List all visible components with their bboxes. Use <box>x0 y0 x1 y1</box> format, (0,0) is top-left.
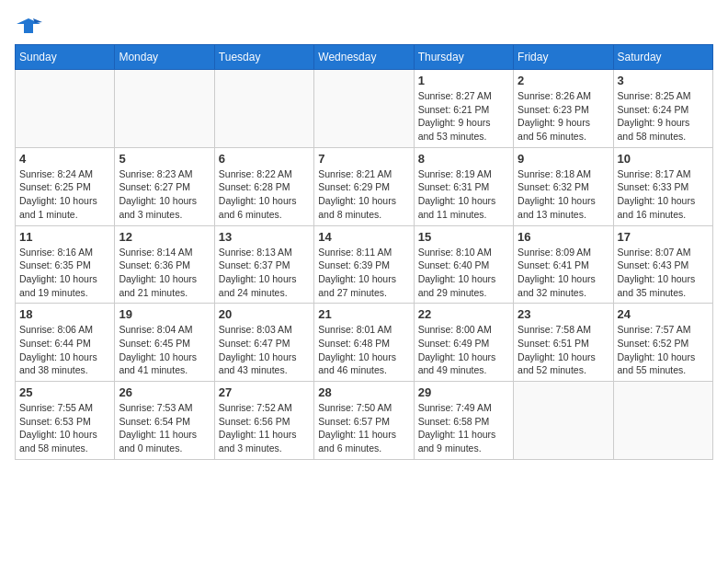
day-number: 7 <box>318 152 409 166</box>
calendar-cell: 1Sunrise: 8:27 AM Sunset: 6:21 PM Daylig… <box>414 70 513 148</box>
day-number: 19 <box>119 307 210 321</box>
day-number: 11 <box>19 230 110 244</box>
calendar-cell <box>214 70 313 148</box>
day-number: 4 <box>19 152 110 166</box>
calendar-cell: 25Sunrise: 7:55 AM Sunset: 6:53 PM Dayli… <box>16 382 115 460</box>
calendar-week-row: 18Sunrise: 8:06 AM Sunset: 6:44 PM Dayli… <box>16 304 713 382</box>
calendar-cell: 27Sunrise: 7:52 AM Sunset: 6:56 PM Dayli… <box>214 382 313 460</box>
day-number: 21 <box>318 307 409 321</box>
day-header-sunday: Sunday <box>16 45 115 70</box>
day-info: Sunrise: 8:07 AM Sunset: 6:43 PM Dayligh… <box>618 246 709 300</box>
calendar-cell: 23Sunrise: 7:58 AM Sunset: 6:51 PM Dayli… <box>514 304 613 382</box>
calendar-week-row: 4Sunrise: 8:24 AM Sunset: 6:25 PM Daylig… <box>16 147 713 225</box>
day-info: Sunrise: 8:00 AM Sunset: 6:49 PM Dayligh… <box>418 323 509 377</box>
day-info: Sunrise: 8:09 AM Sunset: 6:41 PM Dayligh… <box>518 246 609 300</box>
calendar-cell: 21Sunrise: 8:01 AM Sunset: 6:48 PM Dayli… <box>314 304 414 382</box>
day-info: Sunrise: 8:11 AM Sunset: 6:39 PM Dayligh… <box>318 246 409 300</box>
header <box>15 15 713 37</box>
day-info: Sunrise: 7:53 AM Sunset: 6:54 PM Dayligh… <box>119 401 210 455</box>
calendar-cell <box>613 382 712 460</box>
calendar-cell: 19Sunrise: 8:04 AM Sunset: 6:45 PM Dayli… <box>115 304 214 382</box>
day-header-friday: Friday <box>514 45 613 70</box>
calendar-cell: 22Sunrise: 8:00 AM Sunset: 6:49 PM Dayli… <box>414 304 513 382</box>
day-info: Sunrise: 8:26 AM Sunset: 6:23 PM Dayligh… <box>518 89 609 144</box>
calendar-cell: 11Sunrise: 8:16 AM Sunset: 6:35 PM Dayli… <box>16 225 115 304</box>
logo <box>15 15 46 37</box>
day-number: 12 <box>119 230 210 244</box>
calendar-cell: 24Sunrise: 7:57 AM Sunset: 6:52 PM Dayli… <box>613 304 712 382</box>
calendar-cell: 15Sunrise: 8:10 AM Sunset: 6:40 PM Dayli… <box>414 225 513 304</box>
calendar-cell: 16Sunrise: 8:09 AM Sunset: 6:41 PM Dayli… <box>514 225 613 304</box>
day-number: 14 <box>318 230 409 244</box>
day-info: Sunrise: 8:27 AM Sunset: 6:21 PM Dayligh… <box>418 89 509 144</box>
calendar-cell: 26Sunrise: 7:53 AM Sunset: 6:54 PM Dayli… <box>115 382 214 460</box>
day-header-saturday: Saturday <box>613 45 712 70</box>
day-info: Sunrise: 7:49 AM Sunset: 6:58 PM Dayligh… <box>418 401 509 455</box>
calendar-cell <box>115 70 214 148</box>
calendar-cell <box>514 382 613 460</box>
calendar-cell: 29Sunrise: 7:49 AM Sunset: 6:58 PM Dayli… <box>414 382 513 460</box>
day-info: Sunrise: 7:55 AM Sunset: 6:53 PM Dayligh… <box>19 401 110 455</box>
calendar-cell: 9Sunrise: 8:18 AM Sunset: 6:32 PM Daylig… <box>514 147 613 225</box>
day-info: Sunrise: 7:58 AM Sunset: 6:51 PM Dayligh… <box>518 323 609 377</box>
day-number: 24 <box>618 307 709 321</box>
day-number: 8 <box>418 152 509 166</box>
day-number: 10 <box>618 152 709 166</box>
day-info: Sunrise: 8:19 AM Sunset: 6:31 PM Dayligh… <box>418 167 509 222</box>
day-info: Sunrise: 8:16 AM Sunset: 6:35 PM Dayligh… <box>19 246 110 300</box>
day-info: Sunrise: 8:03 AM Sunset: 6:47 PM Dayligh… <box>219 323 310 377</box>
day-number: 1 <box>418 74 509 87</box>
calendar-cell: 8Sunrise: 8:19 AM Sunset: 6:31 PM Daylig… <box>414 147 513 225</box>
day-number: 27 <box>219 385 310 399</box>
calendar-cell: 5Sunrise: 8:23 AM Sunset: 6:27 PM Daylig… <box>115 147 214 225</box>
day-number: 3 <box>618 74 709 87</box>
day-number: 29 <box>418 385 509 399</box>
day-number: 20 <box>219 307 310 321</box>
calendar-cell: 20Sunrise: 8:03 AM Sunset: 6:47 PM Dayli… <box>214 304 313 382</box>
calendar-cell: 3Sunrise: 8:25 AM Sunset: 6:24 PM Daylig… <box>613 70 712 148</box>
day-number: 17 <box>618 230 709 244</box>
day-info: Sunrise: 8:17 AM Sunset: 6:33 PM Dayligh… <box>618 167 709 222</box>
day-info: Sunrise: 8:23 AM Sunset: 6:27 PM Dayligh… <box>119 167 210 222</box>
day-number: 6 <box>219 152 310 166</box>
day-info: Sunrise: 8:06 AM Sunset: 6:44 PM Dayligh… <box>19 323 110 377</box>
calendar-cell: 6Sunrise: 8:22 AM Sunset: 6:28 PM Daylig… <box>214 147 313 225</box>
day-number: 25 <box>19 385 110 399</box>
day-number: 9 <box>518 152 609 166</box>
day-info: Sunrise: 7:50 AM Sunset: 6:57 PM Dayligh… <box>318 401 409 455</box>
calendar-week-row: 11Sunrise: 8:16 AM Sunset: 6:35 PM Dayli… <box>16 225 713 304</box>
calendar-week-row: 25Sunrise: 7:55 AM Sunset: 6:53 PM Dayli… <box>16 382 713 460</box>
day-header-tuesday: Tuesday <box>214 45 313 70</box>
day-info: Sunrise: 7:52 AM Sunset: 6:56 PM Dayligh… <box>219 401 310 455</box>
day-number: 13 <box>219 230 310 244</box>
day-info: Sunrise: 8:14 AM Sunset: 6:36 PM Dayligh… <box>119 246 210 300</box>
calendar-cell: 14Sunrise: 8:11 AM Sunset: 6:39 PM Dayli… <box>314 225 414 304</box>
calendar-cell: 10Sunrise: 8:17 AM Sunset: 6:33 PM Dayli… <box>613 147 712 225</box>
day-number: 5 <box>119 152 210 166</box>
logo-icon <box>15 15 42 37</box>
calendar-cell: 13Sunrise: 8:13 AM Sunset: 6:37 PM Dayli… <box>214 225 313 304</box>
day-info: Sunrise: 8:24 AM Sunset: 6:25 PM Dayligh… <box>19 167 110 222</box>
day-number: 28 <box>318 385 409 399</box>
day-number: 23 <box>518 307 609 321</box>
day-info: Sunrise: 8:10 AM Sunset: 6:40 PM Dayligh… <box>418 246 509 300</box>
day-number: 18 <box>19 307 110 321</box>
day-info: Sunrise: 8:18 AM Sunset: 6:32 PM Dayligh… <box>518 167 609 222</box>
day-number: 16 <box>518 230 609 244</box>
day-number: 26 <box>119 385 210 399</box>
day-header-thursday: Thursday <box>414 45 513 70</box>
day-info: Sunrise: 8:22 AM Sunset: 6:28 PM Dayligh… <box>219 167 310 222</box>
day-info: Sunrise: 8:01 AM Sunset: 6:48 PM Dayligh… <box>318 323 409 377</box>
day-header-monday: Monday <box>115 45 214 70</box>
day-number: 2 <box>518 74 609 87</box>
day-info: Sunrise: 7:57 AM Sunset: 6:52 PM Dayligh… <box>618 323 709 377</box>
calendar-header-row: SundayMondayTuesdayWednesdayThursdayFrid… <box>16 45 713 70</box>
day-number: 15 <box>418 230 509 244</box>
calendar-cell: 2Sunrise: 8:26 AM Sunset: 6:23 PM Daylig… <box>514 70 613 148</box>
calendar-cell <box>314 70 414 148</box>
calendar-cell: 7Sunrise: 8:21 AM Sunset: 6:29 PM Daylig… <box>314 147 414 225</box>
calendar-cell: 12Sunrise: 8:14 AM Sunset: 6:36 PM Dayli… <box>115 225 214 304</box>
day-info: Sunrise: 8:21 AM Sunset: 6:29 PM Dayligh… <box>318 167 409 222</box>
day-header-wednesday: Wednesday <box>314 45 414 70</box>
day-info: Sunrise: 8:13 AM Sunset: 6:37 PM Dayligh… <box>219 246 310 300</box>
